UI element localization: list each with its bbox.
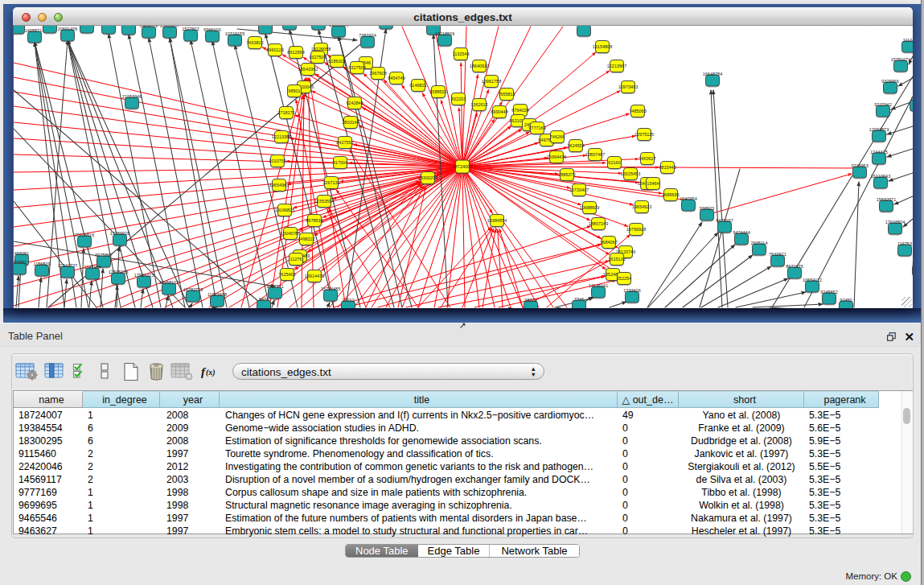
svg-text:3624554: 3624554 — [567, 143, 584, 148]
svg-text:9463627: 9463627 — [639, 156, 655, 161]
svg-text:20876812: 20876812 — [574, 26, 593, 27]
svg-text:21053346: 21053346 — [122, 94, 142, 99]
svg-text:15720407: 15720407 — [569, 187, 589, 192]
svg-text:16154808: 16154808 — [593, 44, 612, 49]
svg-text:8427552: 8427552 — [336, 140, 353, 145]
svg-text:1362615: 1362615 — [470, 102, 487, 107]
svg-text:120455: 120455 — [912, 262, 913, 266]
svg-text:116753: 116753 — [897, 241, 912, 246]
svg-text:9327508: 9327508 — [348, 65, 365, 70]
svg-text:746266: 746266 — [550, 134, 565, 139]
svg-text:10025453: 10025453 — [621, 171, 640, 176]
svg-text:9777169: 9777169 — [528, 126, 545, 130]
svg-text:20364436: 20364436 — [547, 154, 566, 159]
svg-text:7485063: 7485063 — [629, 109, 646, 113]
svg-text:10973493: 10973493 — [618, 84, 638, 89]
svg-text:12353594: 12353594 — [314, 199, 334, 204]
svg-text:8489709: 8489709 — [140, 26, 157, 28]
svg-text:15464: 15464 — [647, 181, 659, 186]
svg-text:938923: 938923 — [700, 206, 714, 211]
svg-text:12744: 12744 — [910, 97, 913, 101]
svg-text:19166825: 19166825 — [275, 208, 294, 212]
svg-text:6794028: 6794028 — [511, 108, 528, 113]
svg-text:11276: 11276 — [290, 257, 302, 262]
svg-text:12093873: 12093873 — [869, 127, 889, 132]
svg-text:1640954: 1640954 — [680, 196, 696, 201]
svg-text:15212: 15212 — [342, 298, 354, 303]
svg-text:(x): (x) — [206, 368, 216, 377]
svg-text:7955812: 7955812 — [498, 92, 515, 97]
svg-text:9815440: 9815440 — [659, 165, 676, 170]
svg-text:8454749: 8454749 — [388, 76, 405, 80]
svg-text:7632621: 7632621 — [769, 252, 786, 257]
svg-text:832203: 832203 — [451, 97, 466, 101]
svg-text:9327506: 9327506 — [309, 55, 326, 60]
svg-text:1244415: 1244415 — [870, 150, 887, 154]
svg-text:6479197: 6479197 — [716, 218, 733, 223]
svg-text:19756928: 19756928 — [626, 227, 646, 232]
svg-text:1733426: 1733426 — [623, 288, 640, 293]
svg-text:8960123: 8960123 — [266, 47, 283, 52]
svg-text:9146821: 9146821 — [409, 83, 426, 88]
svg-text:9474444: 9474444 — [733, 230, 749, 235]
svg-text:2967608: 2967608 — [369, 71, 386, 76]
svg-text:20206516: 20206516 — [75, 233, 94, 237]
svg-text:6966100: 6966100 — [203, 27, 220, 32]
svg-text:1010755: 1010755 — [269, 159, 285, 163]
svg-text:18807249: 18807249 — [589, 221, 608, 226]
svg-text:7663822: 7663822 — [246, 40, 263, 45]
svg-text:98901: 98901 — [288, 89, 300, 93]
svg-text:98223: 98223 — [524, 298, 536, 303]
svg-text:16914479: 16914479 — [305, 274, 324, 278]
svg-text:10654112: 10654112 — [803, 278, 822, 282]
svg-text:10719155: 10719155 — [225, 31, 244, 36]
svg-text:3215953: 3215953 — [851, 163, 868, 168]
svg-text:465061: 465061 — [14, 251, 29, 256]
svg-text:11123: 11123 — [903, 38, 913, 43]
svg-text:9689695: 9689695 — [662, 192, 679, 197]
svg-text:8186323: 8186323 — [328, 59, 345, 64]
svg-text:1498222: 1498222 — [298, 237, 314, 241]
svg-text:15716485: 15716485 — [321, 286, 340, 291]
svg-text:9684067: 9684067 — [600, 240, 617, 245]
svg-text:9329966: 9329966 — [881, 79, 898, 84]
svg-text:1132549: 1132549 — [452, 51, 469, 56]
svg-text:252254: 252254 — [617, 276, 631, 281]
svg-text:16782759: 16782759 — [183, 287, 203, 292]
svg-text:8678532: 8678532 — [306, 218, 322, 223]
svg-text:391591: 391591 — [14, 260, 27, 265]
svg-text:2718176: 2718176 — [277, 110, 294, 115]
svg-text:19654983: 19654983 — [269, 183, 289, 187]
svg-text:1527602: 1527602 — [182, 27, 199, 31]
svg-text:17957223: 17957223 — [134, 273, 154, 278]
svg-text:19384554: 19384554 — [487, 218, 507, 223]
svg-text:16210643: 16210643 — [871, 174, 890, 179]
svg-text:10807487: 10807487 — [585, 152, 605, 157]
svg-text:15751074: 15751074 — [891, 57, 910, 62]
svg-text:7346: 7346 — [574, 297, 584, 302]
svg-text:9227342: 9227342 — [874, 102, 891, 107]
svg-text:20691406: 20691406 — [58, 27, 77, 31]
svg-text:2935114: 2935114 — [750, 241, 767, 245]
svg-text:17359928: 17359928 — [110, 231, 129, 236]
svg-text:10688609: 10688609 — [580, 205, 599, 210]
svg-text:7625402: 7625402 — [278, 272, 295, 277]
svg-text:11923468: 11923468 — [207, 292, 227, 297]
svg-text:1156829: 1156829 — [33, 262, 50, 266]
svg-text:9474: 9474 — [259, 297, 269, 302]
svg-text:14055714: 14055714 — [25, 28, 44, 33]
svg-text:8471676: 8471676 — [786, 264, 803, 269]
svg-text:7357224: 7357224 — [359, 33, 376, 38]
svg-text:8990448: 8990448 — [491, 109, 507, 114]
svg-text:15692971: 15692971 — [877, 197, 896, 202]
svg-text:62160: 62160 — [608, 160, 620, 165]
svg-text:16648784: 16648784 — [703, 72, 722, 76]
svg-text:12213389: 12213389 — [272, 134, 291, 139]
svg-text:10046786: 10046786 — [281, 231, 300, 236]
svg-text:9242848: 9242848 — [346, 101, 363, 105]
svg-text:2803144: 2803144 — [342, 120, 359, 125]
svg-text:18640910: 18640910 — [470, 64, 489, 68]
svg-text:10653267: 10653267 — [160, 26, 179, 28]
svg-text:3267130: 3267130 — [322, 180, 339, 185]
svg-text:1145194: 1145194 — [84, 265, 101, 270]
